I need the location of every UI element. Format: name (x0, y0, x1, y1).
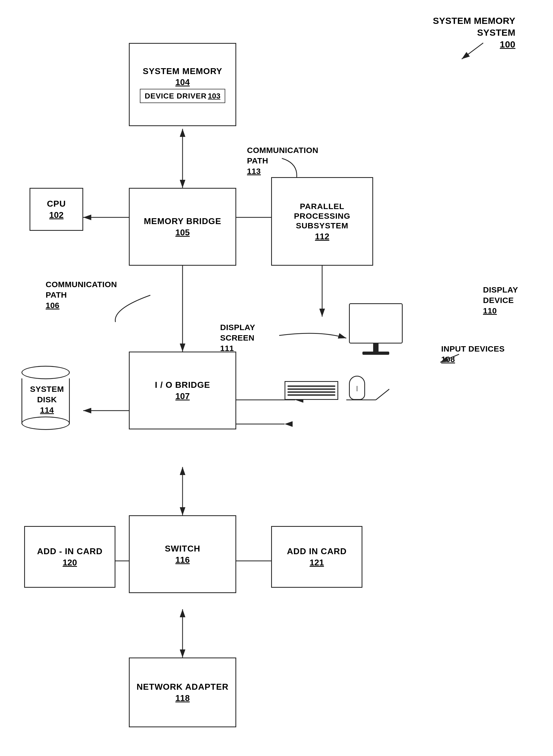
io-bridge-box: I / O BRIDGE 107 (129, 352, 236, 429)
parallel-box: PARALLEL PROCESSING SUBSYSTEM 112 (271, 177, 373, 266)
key-line-1 (288, 386, 335, 387)
system-memory-box: SYSTEM MEMORY 104 DEVICE DRIVER 103 (129, 43, 236, 126)
key-line-2 (288, 388, 335, 390)
cs-arrow (446, 37, 499, 64)
keyboard (285, 381, 338, 400)
diagram: SYSTEM MEMORY SYSTEM 100 SYSTEM MEMORY 1… (0, 0, 553, 756)
comm-path-106-label: COMMUNICATION PATH 106 (46, 279, 117, 311)
monitor-neck (373, 343, 379, 352)
display-screen-arrow (226, 322, 360, 349)
connection-lines (0, 0, 553, 756)
comm-path-113-label: COMMUNICATION PATH 113 (247, 145, 318, 176)
svg-line-15 (376, 389, 389, 400)
system-disk-label: SYSTEM DISK 114 (15, 384, 79, 415)
svg-line-17 (440, 354, 459, 362)
cyl-top (21, 366, 70, 379)
switch-box: SWITCH 116 (129, 515, 236, 593)
keyboard-lines (285, 382, 337, 399)
cpu-box: CPU 102 (29, 188, 83, 231)
key-line-4 (288, 394, 335, 396)
svg-line-16 (462, 43, 483, 59)
monitor-base (363, 352, 389, 355)
add-in-card-120-box: ADD - IN CARD 120 (24, 526, 115, 588)
key-line-3 (288, 391, 335, 393)
memory-bridge-box: MEMORY BRIDGE 105 (129, 188, 236, 266)
network-adapter-box: NETWORK ADAPTER 118 (129, 658, 236, 727)
mouse-divider (357, 386, 357, 391)
device-driver-inner-box: DEVICE DRIVER 103 (140, 89, 225, 103)
add-in-card-121-box: ADD IN CARD 121 (271, 526, 363, 588)
cyl-bottom (21, 417, 70, 430)
display-device-label: DISPLAY DEVICE 110 (483, 284, 518, 316)
input-arrow (419, 346, 472, 368)
mouse (349, 376, 365, 400)
